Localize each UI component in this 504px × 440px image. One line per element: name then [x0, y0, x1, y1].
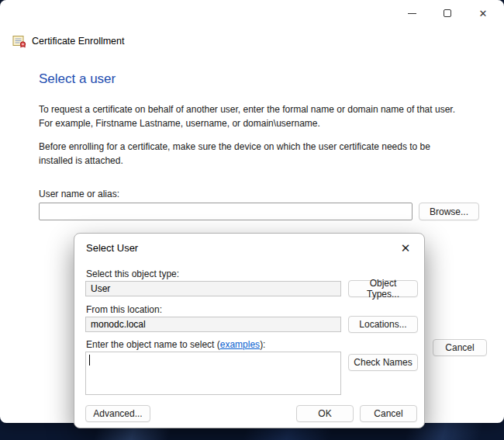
- page-title: Select a user: [39, 71, 116, 87]
- window-controls: ✕: [394, 0, 501, 26]
- close-icon: ✕: [479, 9, 488, 19]
- select-user-dialog: Select User ✕ Select this object type: U…: [74, 233, 425, 428]
- text-cursor: [89, 355, 90, 366]
- username-input[interactable]: [39, 203, 413, 220]
- advanced-button[interactable]: Advanced...: [85, 405, 150, 422]
- dialog-cancel-button[interactable]: Cancel: [360, 405, 417, 422]
- browse-button[interactable]: Browse...: [419, 203, 479, 220]
- maximize-button[interactable]: [430, 0, 465, 26]
- location-field: monodc.local: [85, 317, 341, 332]
- minimize-icon: [408, 13, 416, 14]
- close-button[interactable]: ✕: [465, 0, 501, 26]
- instruction-paragraph-1: To request a certificate on behalf of an…: [39, 102, 464, 130]
- maximize-icon: [444, 9, 451, 17]
- object-types-button[interactable]: Object Types...: [348, 280, 418, 297]
- dialog-title: Select User: [86, 242, 138, 254]
- app-header: Certificate Enrollment: [12, 34, 125, 48]
- enrollment-cancel-button[interactable]: Cancel: [433, 339, 487, 356]
- ok-button[interactable]: OK: [296, 405, 354, 422]
- locations-button[interactable]: Locations...: [348, 316, 418, 333]
- dialog-close-button[interactable]: ✕: [393, 237, 418, 259]
- close-icon: ✕: [401, 241, 411, 255]
- object-type-label: Select this object type:: [86, 269, 179, 279]
- check-names-button[interactable]: Check Names: [348, 354, 418, 371]
- location-label: From this location:: [86, 304, 162, 315]
- certificate-icon: [12, 34, 26, 48]
- object-name-label-post: ):: [260, 339, 265, 350]
- examples-link[interactable]: examples: [220, 339, 260, 350]
- username-label: User name or alias:: [39, 189, 119, 199]
- window-title: Certificate Enrollment: [32, 36, 125, 47]
- object-type-field: User: [85, 281, 341, 296]
- object-name-textarea[interactable]: [85, 352, 341, 395]
- instruction-paragraph-2: Before enrolling for a certificate, make…: [39, 140, 464, 168]
- object-name-label-pre: Enter the object name to select (: [86, 339, 220, 350]
- minimize-button[interactable]: [394, 0, 430, 26]
- object-name-label: Enter the object name to select (example…: [86, 339, 265, 350]
